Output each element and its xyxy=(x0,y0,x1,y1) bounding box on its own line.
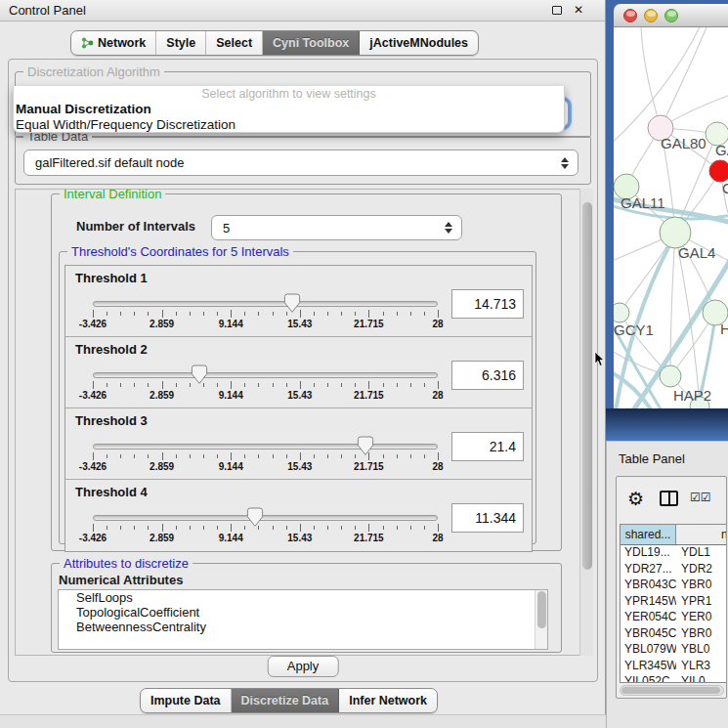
slider-ticks xyxy=(93,524,438,532)
table-row[interactable]: YIL052CYIL0 xyxy=(621,674,726,683)
slider-track[interactable] xyxy=(93,515,438,521)
group-title: Interval Definition xyxy=(60,189,165,201)
minimize-traffic-light[interactable] xyxy=(644,9,658,22)
tab-infer-network[interactable]: Infer Network xyxy=(339,689,437,712)
popup-item-manual-discretization[interactable]: Manual Discretization xyxy=(14,102,564,117)
slider-ticks xyxy=(93,452,438,460)
slider-tick-labels: -3.4262.8599.14415.4321.71528 xyxy=(93,390,438,402)
slider-tick-labels: -3.4262.8599.14415.4321.71528 xyxy=(93,319,438,330)
column-header-shared-name[interactable]: shared... xyxy=(621,525,676,544)
zoom-traffic-light[interactable] xyxy=(664,9,678,22)
threshold-row: Threshold 3 -3.4262.8599.14415.4321.7152… xyxy=(65,408,532,480)
thresholds-container: Threshold 1 -3.4262.8599.14415.4321.7152… xyxy=(64,265,533,552)
table-header-row: shared... na xyxy=(621,525,726,545)
network-window-bottom-frame xyxy=(606,408,728,441)
table-row[interactable]: YBR043CYBR0 xyxy=(621,578,726,594)
network-node[interactable] xyxy=(614,303,629,322)
table-toolbar: ⚙ ☑☑ xyxy=(617,477,726,522)
network-node[interactable] xyxy=(660,365,681,387)
list-scrollbar[interactable] xyxy=(535,590,547,649)
scrollbar-thumb[interactable] xyxy=(537,591,546,628)
threshold-slider[interactable]: -3.4262.8599.14415.4321.71528 xyxy=(93,292,438,335)
panel-title: Control Panel xyxy=(9,3,86,18)
bottom-tab-bar: Impute Data Discretize Data Infer Networ… xyxy=(140,688,438,713)
threshold-slider[interactable]: -3.4262.8599.14415.4321.71528 xyxy=(93,435,438,478)
column-split-icon[interactable] xyxy=(660,491,678,506)
node-table: shared... na YDL19...YDL1 YDR27...YDR2 Y… xyxy=(620,524,726,683)
network-view-window: GAL80GACGAL11GAL4GCY1HHAP2 xyxy=(606,0,728,441)
tab-cyni-toolbox[interactable]: Cyni Toolbox xyxy=(263,31,360,55)
popup-placeholder: Select algorithm to view settings xyxy=(14,86,564,102)
tab-select[interactable]: Select xyxy=(206,31,263,55)
table-row[interactable]: YDL19...YDL1 xyxy=(621,545,726,562)
table-row[interactable]: YER054CYER0 xyxy=(621,610,726,626)
numerical-attributes-list[interactable]: SelfLoops TopologicalCoefficient Between… xyxy=(58,589,548,650)
close-icon[interactable]: ✕ xyxy=(574,3,583,17)
network-node[interactable] xyxy=(709,160,728,182)
network-icon xyxy=(81,36,94,50)
node-label: GAL11 xyxy=(621,194,665,211)
list-item[interactable]: TopologicalCoefficient xyxy=(59,605,547,620)
interval-definition-group: Interval Definition Number of Intervals … xyxy=(51,193,562,551)
group-title: Threshold's Coordinates for 5 Intervals xyxy=(67,244,293,259)
gear-icon[interactable]: ⚙ xyxy=(627,488,644,509)
table-row[interactable]: YLR345WYLR3 xyxy=(621,659,726,675)
node-label: GAL4 xyxy=(678,244,715,261)
threshold-slider[interactable]: -3.4262.8599.14415.4321.71528 xyxy=(93,364,438,407)
threshold-row: Threshold 4 -3.4262.8599.14415.4321.7152… xyxy=(65,480,532,551)
attributes-group: Attributes to discretize Numerical Attri… xyxy=(51,563,562,653)
threshold-value-field[interactable]: 21.4 xyxy=(451,432,524,461)
settings-scrollpane: Interval Definition Number of Intervals … xyxy=(15,189,593,656)
numerical-attributes-label: Numerical Attributes xyxy=(59,573,183,587)
tab-style[interactable]: Style xyxy=(156,31,206,55)
control-panel: Control Panel ✕ Network Style Select Cyn… xyxy=(0,0,606,728)
table-panel-region: Table Panel ⚙ ☑☑ shared... na YDL19...YD… xyxy=(606,441,728,728)
table-data-combobox[interactable]: galFiltered.sif default node xyxy=(23,150,578,176)
threshold-value-field[interactable]: 6.316 xyxy=(451,361,524,390)
number-of-intervals-combobox[interactable]: 5 xyxy=(211,215,462,240)
table-panel: ⚙ ☑☑ shared... na YDL19...YDL1 YDR27...Y… xyxy=(616,476,727,699)
checkboxes-icon[interactable]: ☑☑ xyxy=(690,491,711,504)
tab-impute-data[interactable]: Impute Data xyxy=(141,689,232,712)
combo-arrows-icon xyxy=(445,222,452,234)
scrollbar-thumb[interactable] xyxy=(582,202,592,570)
slider-track[interactable] xyxy=(93,301,438,307)
slider-track[interactable] xyxy=(93,444,438,450)
cyni-main-panel: Discretization Algorithm Table Data galF… xyxy=(8,59,598,682)
node-label: HAP2 xyxy=(673,387,711,404)
network-window-titlebar[interactable] xyxy=(614,4,728,27)
group-title: Attributes to discretize xyxy=(60,556,193,571)
close-traffic-light[interactable] xyxy=(623,9,637,22)
table-data-group: Table Data galFiltered.sif default node xyxy=(15,136,591,185)
list-item[interactable]: SelfLoops xyxy=(59,590,547,605)
table-row[interactable]: YBR045CYBR0 xyxy=(621,626,726,643)
table-row[interactable]: YDR27...YDR2 xyxy=(621,562,726,578)
horizontal-scrollbar[interactable] xyxy=(620,685,724,696)
popup-item-equal-width-frequency[interactable]: Equal Width/Frequency Discretization xyxy=(14,117,564,133)
threshold-value-field[interactable]: 14.713 xyxy=(451,289,524,319)
list-item[interactable]: BetweennessCentrality xyxy=(59,620,547,634)
group-title: Discretization Algorithm xyxy=(23,64,164,79)
tab-jactivemnodules[interactable]: jActiveMNodules xyxy=(360,31,478,55)
scrollbar-thumb[interactable] xyxy=(621,687,720,694)
network-canvas[interactable]: GAL80GACGAL11GAL4GCY1HHAP2 xyxy=(614,27,728,408)
control-panel-titlebar: Control Panel ✕ xyxy=(0,0,605,21)
slider-tick-labels: -3.4262.8599.14415.4321.71528 xyxy=(93,533,438,544)
algorithm-dropdown-popup: Select algorithm to view settings Manual… xyxy=(13,86,565,133)
table-panel-title: Table Panel xyxy=(619,451,685,466)
tab-network[interactable]: Network xyxy=(71,31,156,55)
tab-discretize-data[interactable]: Discretize Data xyxy=(232,689,340,712)
thresholds-group: Threshold's Coordinates for 5 Intervals … xyxy=(59,251,536,544)
threshold-slider[interactable]: -3.4262.8599.14415.4321.71528 xyxy=(93,506,438,549)
node-label: GA xyxy=(715,142,728,158)
vertical-scrollbar[interactable] xyxy=(579,189,593,656)
node-label: H xyxy=(720,321,728,337)
float-window-icon[interactable] xyxy=(552,6,562,15)
column-header-name[interactable]: na xyxy=(676,525,726,544)
apply-button[interactable]: Apply xyxy=(268,656,339,677)
slider-track[interactable] xyxy=(93,372,438,378)
node-label: C xyxy=(722,180,728,196)
table-row[interactable]: YBL079WYBL0 xyxy=(621,642,726,659)
threshold-value-field[interactable]: 11.344 xyxy=(451,503,524,533)
table-row[interactable]: YPR145WYPR1 xyxy=(621,594,726,611)
